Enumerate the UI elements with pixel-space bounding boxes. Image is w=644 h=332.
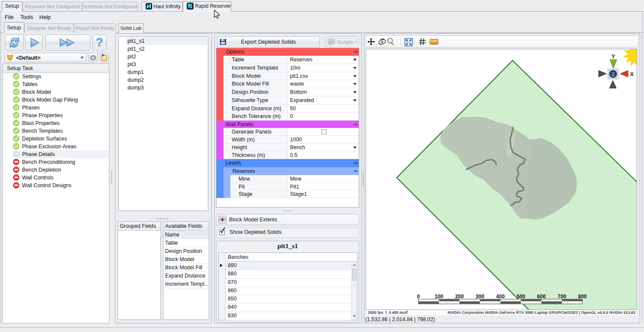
- svg-text:X: X: [630, 71, 634, 77]
- svg-text:700: 700: [558, 294, 566, 300]
- svg-text:400: 400: [496, 294, 505, 300]
- svg-text:800: 800: [578, 294, 587, 300]
- svg-text:C#: C#: [329, 40, 334, 44]
- svg-text:600: 600: [537, 294, 546, 300]
- svg-text:500: 500: [516, 294, 525, 300]
- svg-text:100: 100: [434, 294, 443, 300]
- svg-text:300: 300: [475, 294, 484, 300]
- svg-text:Z: Z: [612, 72, 615, 77]
- svg-text:Y: Y: [612, 54, 615, 60]
- svg-text:0: 0: [417, 294, 420, 300]
- svg-text:200: 200: [455, 294, 464, 300]
